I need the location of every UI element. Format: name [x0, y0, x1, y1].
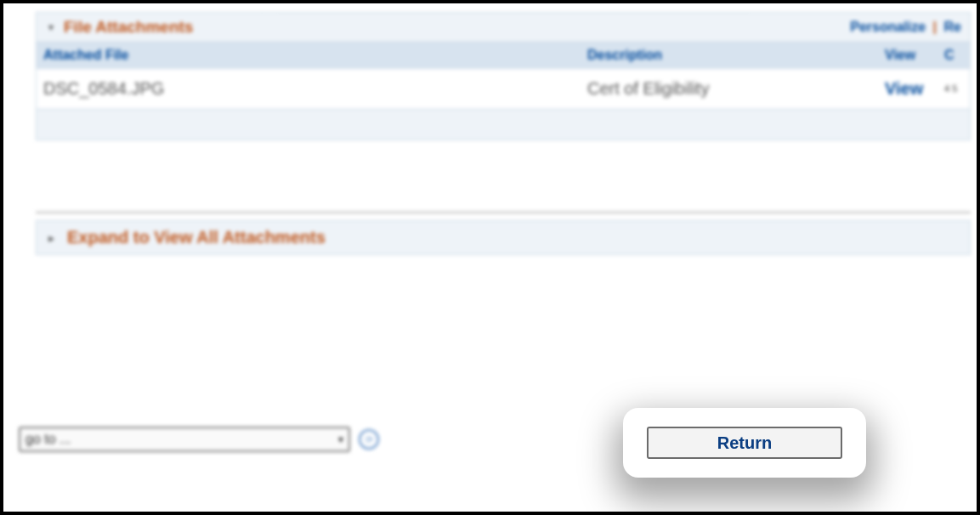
col-view[interactable]: View [885, 48, 944, 63]
cell-other: 4 5 [944, 83, 978, 93]
chevron-down-icon: ▾ [338, 433, 343, 445]
expand-icon[interactable]: ▸ [45, 232, 57, 244]
grid-footer [37, 109, 970, 139]
collapse-icon[interactable]: ▾ [45, 21, 57, 33]
return-callout: Return [623, 408, 866, 478]
grid-toolbar: Personalize | Re [850, 20, 961, 35]
personalize-link[interactable]: Personalize [850, 20, 926, 34]
expand-all-section[interactable]: ▸ Expand to View All Attachments [36, 220, 971, 255]
grid-column-headers: Attached File Description View C [37, 42, 970, 69]
table-row: DSC_0584.JPG Cert of Eligibility View 4 … [37, 69, 970, 109]
goto-placeholder: go to ... [25, 432, 71, 447]
go-button[interactable]: ⟳ [359, 429, 379, 450]
goto-select[interactable]: go to ... ▾ [19, 427, 350, 452]
return-button[interactable]: Return [647, 427, 842, 459]
separator: | [930, 20, 940, 34]
view-link[interactable]: View [885, 79, 944, 99]
divider [36, 212, 971, 213]
expand-label: Expand to View All Attachments [67, 228, 326, 247]
col-attached-file[interactable]: Attached File [43, 48, 587, 63]
return-label: Return [717, 433, 772, 453]
grid-title: File Attachments [64, 18, 193, 37]
col-description[interactable]: Description [587, 48, 885, 63]
refresh-link[interactable]: Re [944, 20, 961, 34]
cell-file: DSC_0584.JPG [43, 79, 587, 99]
cell-desc: Cert of Eligibility [587, 79, 885, 99]
grid-header: ▾ File Attachments Personalize | Re [37, 13, 970, 42]
col-other[interactable]: C [944, 48, 978, 63]
file-attachments-grid: ▾ File Attachments Personalize | Re Atta… [36, 12, 971, 140]
